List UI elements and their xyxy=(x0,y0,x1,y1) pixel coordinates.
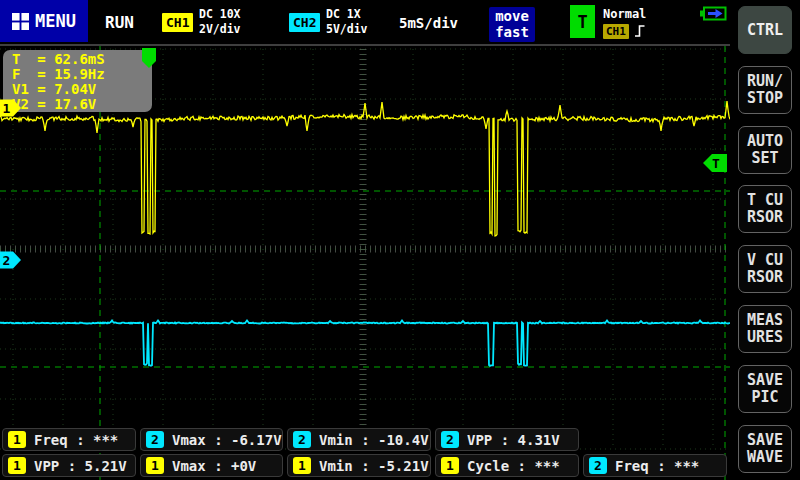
trigger-level-label: T xyxy=(712,156,720,171)
measure-text: VPP : 5.21V xyxy=(34,458,127,474)
measure-chip: 1Vmin : -5.21V xyxy=(287,454,431,477)
trigger-position-marker[interactable] xyxy=(142,48,156,68)
ch2-badge[interactable]: CH2 xyxy=(289,13,320,32)
measure-chip: 1Vmax : +0V xyxy=(140,454,283,477)
topbar-divider xyxy=(0,44,730,46)
channel-badge: 1 xyxy=(441,457,459,474)
ch1-settings: DC 10X 2V/div xyxy=(199,7,241,36)
ch2-zero-marker-label: 2 xyxy=(3,253,11,268)
measure-text: Vmin : -5.21V xyxy=(319,458,429,474)
measure-chip: 2Vmin : -10.4V xyxy=(287,428,431,451)
marker-layer: T12 xyxy=(0,0,730,480)
top-bar: MENU RUN CH1 DC 10X 2V/div CH2 DC 1X 5V/… xyxy=(0,0,800,44)
measure-chip: 2Vmax : -6.17V xyxy=(140,428,283,451)
channel-badge: 2 xyxy=(146,431,164,448)
measure-text: Freq : *** xyxy=(615,458,699,474)
measure-text: Vmax : -6.17V xyxy=(172,432,282,448)
measure-text: Vmax : +0V xyxy=(172,458,256,474)
timebase-setting[interactable]: 5mS/div xyxy=(399,15,458,31)
trigger-mode: Normal xyxy=(603,7,646,21)
trigger-badge[interactable]: T xyxy=(570,5,595,38)
measure-chip: 1VPP : 5.21V xyxy=(2,454,136,477)
oscilloscope-screen: T = 62.6mS F = 15.9Hz V1 = 7.04V V2 = 17… xyxy=(0,0,800,480)
measures-button[interactable]: MEAS URES xyxy=(738,305,792,353)
save-pic-button[interactable]: SAVE PIC xyxy=(738,365,792,413)
channel-badge: 1 xyxy=(293,457,311,474)
rising-edge-icon xyxy=(634,23,646,39)
v-cursor-button[interactable]: V CU RSOR xyxy=(738,245,792,293)
channel-badge: 2 xyxy=(293,431,311,448)
trigger-source-badge: CH1 xyxy=(603,24,629,39)
save-wave-button[interactable]: SAVE WAVE xyxy=(738,425,792,473)
ch1-badge[interactable]: CH1 xyxy=(162,13,193,32)
channel-badge: 1 xyxy=(8,431,26,448)
acquisition-status: RUN xyxy=(105,13,134,32)
menu-grid-icon xyxy=(12,13,29,30)
measure-chip: 1Cycle : *** xyxy=(435,454,579,477)
measure-text: Freq : *** xyxy=(34,432,118,448)
channel-badge: 1 xyxy=(146,457,164,474)
channel-badge: 2 xyxy=(441,431,459,448)
ch2-settings: DC 1X 5V/div xyxy=(326,7,368,36)
battery-charging-icon xyxy=(700,6,727,21)
menu-label: MENU xyxy=(35,11,76,31)
ch1-zero-marker-label: 1 xyxy=(3,101,11,116)
run-stop-button[interactable]: RUN/ STOP xyxy=(738,66,792,114)
channel-badge: 2 xyxy=(589,457,607,474)
measure-text: VPP : 4.31V xyxy=(467,432,560,448)
move-fast-button[interactable]: move fast xyxy=(489,7,535,42)
measure-text: Vmin : -10.4V xyxy=(319,432,429,448)
auto-set-button[interactable]: AUTO SET xyxy=(738,126,792,174)
measure-text: Cycle : *** xyxy=(467,458,560,474)
menu-button[interactable]: MENU xyxy=(0,0,88,42)
measure-chip: 2Freq : *** xyxy=(583,454,727,477)
ctrl-button[interactable]: CTRL xyxy=(738,6,792,54)
channel-badge: 1 xyxy=(8,457,26,474)
measure-chip: 2VPP : 4.31V xyxy=(435,428,579,451)
t-cursor-button[interactable]: T CU RSOR xyxy=(738,185,792,233)
sidebar: CTRL RUN/ STOP AUTO SET T CU RSOR V CU R… xyxy=(730,0,800,480)
measure-chip: 1Freq : *** xyxy=(2,428,136,451)
